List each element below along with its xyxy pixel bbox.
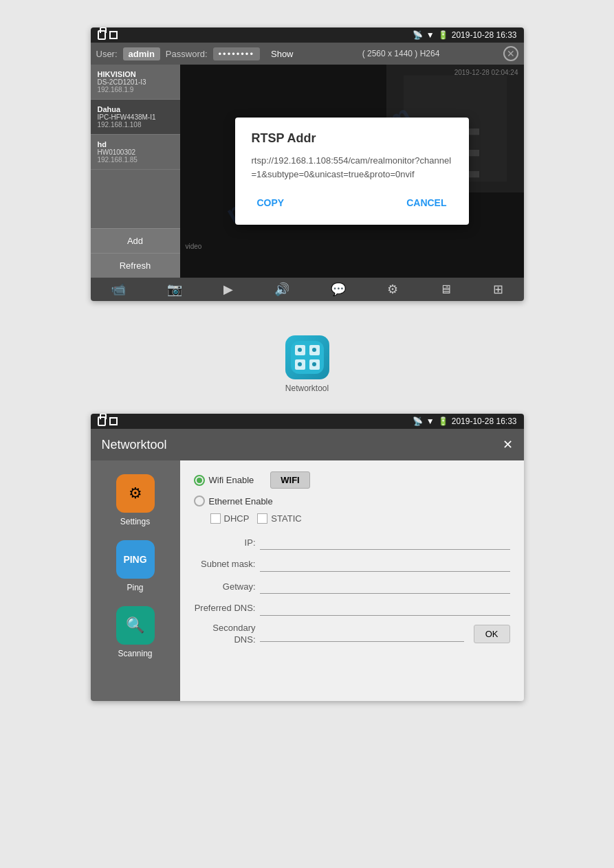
screen2-content: Wifi Enable WIFI Ethernet Enable DHCP: [180, 460, 524, 701]
secondary-dns-row: Secondary DNS: OK: [194, 623, 510, 646]
ethernet-radio-circle: [194, 496, 205, 507]
video-area: 2019-12-28 02:04:24 video RTSP Addr rtsp…: [180, 65, 524, 278]
camera-item-0[interactable]: HIKVISION DS-2CD1201-I3 192.168.1.9: [91, 65, 180, 100]
getway-input[interactable]: [260, 579, 510, 594]
screen2-body: ⚙ Settings PING Ping 🔍 Scanning: [91, 460, 524, 701]
settings-icon[interactable]: ⚙: [387, 282, 398, 297]
show-button[interactable]: Show: [265, 47, 299, 60]
app-icon-section: Networktool: [285, 335, 329, 393]
status-bar-1: 📡 ▼ 🔋 2019-10-28 16:33: [91, 27, 524, 43]
ping-app-btn[interactable]: PING Ping: [116, 540, 155, 592]
status-bar-2: 📡 ▼ 🔋 2019-10-28 16:33: [91, 414, 524, 429]
screen2-sidebar: ⚙ Settings PING Ping 🔍 Scanning: [91, 460, 180, 701]
ip-input[interactable]: [260, 535, 510, 550]
svg-point-11: [298, 348, 302, 352]
svg-point-13: [298, 362, 302, 366]
dhcp-checkbox[interactable]: DHCP: [210, 513, 250, 524]
display-icon[interactable]: 🖥: [439, 282, 452, 297]
chat-icon[interactable]: 💬: [331, 282, 346, 297]
svg-point-12: [312, 348, 316, 352]
networktool-icon[interactable]: [285, 335, 329, 379]
static-checkbox[interactable]: STATIC: [257, 513, 301, 524]
refresh-button[interactable]: Refresh: [91, 253, 180, 278]
subnet-input[interactable]: [260, 557, 510, 572]
top-bar: User: admin Password: •••••••• Show ( 25…: [91, 43, 524, 65]
scanning-label: Scanning: [118, 649, 152, 658]
screen2-close-button[interactable]: ✕: [503, 437, 513, 452]
video-toolbar: 📹 📷 ▶ 🔊 💬 ⚙ 🖥 ⊞: [91, 278, 524, 301]
cam-model-0: DS-2CD1201-I3: [98, 78, 173, 86]
static-label: STATIC: [271, 513, 301, 524]
ok-button[interactable]: OK: [474, 625, 510, 643]
square-icon: [109, 31, 118, 39]
cam-brand-1: Dahua: [98, 105, 173, 113]
wifi-radio-circle: [194, 475, 205, 486]
layout-icon[interactable]: ⊞: [493, 282, 503, 297]
close-button[interactable]: ✕: [503, 46, 518, 61]
cancel-button[interactable]: CANCEL: [401, 194, 452, 211]
volume-icon[interactable]: 🔊: [274, 282, 289, 297]
preferred-dns-label: Preferred DNS:: [194, 603, 256, 614]
battery-icon: 🔋: [438, 30, 448, 40]
checkbox-row: DHCP STATIC: [210, 513, 510, 524]
wifi-row: Wifi Enable WIFI: [194, 471, 510, 489]
camera-item-2[interactable]: hd HW0100302 192.168.1.85: [91, 135, 180, 170]
status-left-icons: [98, 30, 118, 40]
dhcp-label: DHCP: [224, 513, 250, 524]
cam-ip-2: 192.168.1.85: [98, 156, 173, 164]
snapshot-icon[interactable]: 📷: [167, 282, 182, 297]
battery-icon-2: 🔋: [438, 416, 448, 426]
secondary-dns-label: Secondary DNS:: [194, 623, 256, 646]
screen2-title: Networktool: [102, 438, 167, 452]
copy-button[interactable]: COPY: [252, 194, 290, 211]
scanning-app-icon: 🔍: [116, 606, 155, 645]
wifi-radio[interactable]: Wifi Enable: [194, 475, 254, 486]
add-button[interactable]: Add: [91, 228, 180, 253]
main-area: HIKVISION DS-2CD1201-I3 192.168.1.9 Dahu…: [91, 65, 524, 278]
settings-app-btn[interactable]: ⚙ Settings: [116, 474, 155, 526]
static-checkbox-box: [257, 513, 267, 524]
wifi-enable-label: Wifi Enable: [209, 475, 254, 485]
pass-label: Password:: [166, 49, 208, 59]
rtsp-dialog: RTSP Addr rtsp://192.168.1.108:554/cam/r…: [235, 118, 469, 225]
screen2-titlebar: Networktool ✕: [91, 429, 524, 460]
ping-label: Ping: [127, 583, 143, 592]
datetime-1: 2019-10-28 16:33: [452, 30, 517, 40]
settings-icon-glyph: ⚙: [129, 485, 142, 502]
status-left-icons-2: [98, 416, 118, 426]
camera-sidebar: HIKVISION DS-2CD1201-I3 192.168.1.9 Dahu…: [91, 65, 180, 278]
getway-label: Getway:: [194, 581, 256, 592]
camera-item-1[interactable]: Dahua IPC-HFW4438M-I1 192.168.1.108: [91, 100, 180, 135]
square-icon-2: [109, 417, 118, 425]
ip-label: IP:: [194, 537, 256, 548]
screen1: 📡 ▼ 🔋 2019-10-28 16:33 User: admin Passw…: [91, 27, 524, 301]
scanning-app-btn[interactable]: 🔍 Scanning: [116, 606, 155, 658]
secondary-dns-input[interactable]: [260, 627, 464, 642]
status-right-icons: 📡 ▼ 🔋 2019-10-28 16:33: [413, 30, 517, 40]
settings-app-icon: ⚙: [116, 474, 155, 513]
cam-ip-0: 192.168.1.9: [98, 86, 173, 93]
app-icon-label: Networktool: [285, 383, 329, 393]
ethernet-enable-label: Ethernet Enable: [209, 496, 273, 507]
wifi-icon-2: ▼: [426, 416, 435, 426]
pass-value[interactable]: ••••••••: [213, 47, 260, 60]
play-icon[interactable]: ▶: [223, 282, 233, 297]
cast-icon-2: 📡: [413, 416, 423, 426]
wifi-button[interactable]: WIFI: [270, 471, 309, 489]
cam-ip-1: 192.168.1.108: [98, 121, 173, 129]
user-label: User:: [96, 49, 118, 59]
cast-icon: 📡: [413, 30, 423, 40]
ping-icon-glyph: PING: [123, 554, 146, 565]
dialog-title: RTSP Addr: [252, 131, 452, 146]
lock-icon: [98, 30, 106, 40]
user-value[interactable]: admin: [123, 47, 160, 60]
cam-model-1: IPC-HFW4438M-I1: [98, 113, 173, 121]
cam-model-2: HW0100302: [98, 148, 173, 156]
cam-brand-0: HIKVISION: [98, 70, 173, 78]
resolution-label: ( 2560 x 1440 ) H264: [305, 49, 498, 58]
record-icon[interactable]: 📹: [111, 282, 126, 297]
preferred-dns-input[interactable]: [260, 601, 510, 616]
ethernet-radio[interactable]: Ethernet Enable: [194, 496, 273, 507]
settings-label: Settings: [120, 517, 150, 526]
subnet-label: Subnet mask:: [194, 559, 256, 570]
